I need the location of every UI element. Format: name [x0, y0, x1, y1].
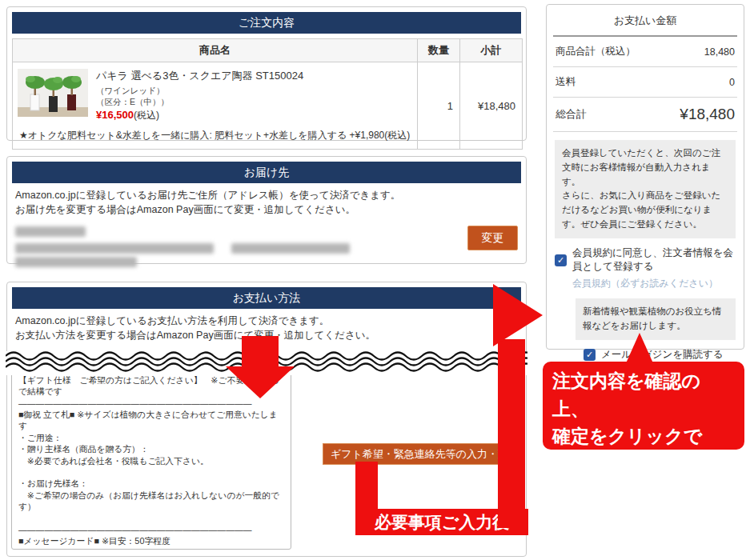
confirm-note-annotation: 注文内容を確認の上、 確定をクリックで 注文完了 — [543, 362, 744, 450]
newsletter-info: 新着情報や観葉植物のお役立ち情報などをお届けします。 — [576, 298, 736, 340]
order-table-product-row: パキラ 選べる3色・スクエア陶器 ST150024 （ワインレッド） （区分：E… — [13, 62, 523, 150]
red-connector-bar-right — [498, 339, 525, 528]
payment-amount-panel: お支払い金額 商品合計（税込） 18,480 送料 0 総合計 ¥18,480 … — [546, 4, 744, 350]
subtotal-row: 商品合計（税込） 18,480 — [553, 37, 737, 67]
total-value: ¥18,480 — [680, 106, 735, 123]
product-option-note: ★オトクな肥料セット&水差しを一緒に購入: 肥料セット+水差しを購入する +¥1… — [19, 129, 412, 142]
payment-info-line1: Amazon.co.jpに登録しているお支払い方法を利用して決済できます。 — [15, 314, 518, 328]
order-table: 商品名 数量 小計 — [12, 38, 523, 150]
product-quantity: 1 — [418, 62, 460, 150]
order-contents-panel: ご注文内容 商品名 数量 小計 — [6, 6, 527, 141]
product-cell: パキラ 選べる3色・スクエア陶器 ST150024 （ワインレッド） （区分：E… — [13, 62, 418, 150]
red-right-arrow-head-icon — [493, 284, 543, 346]
col-header-product: 商品名 — [13, 39, 418, 62]
delivery-info-line1: Amazon.co.jpに登録しているお届け先ご住所（アドレス帳）を使って決済で… — [15, 188, 518, 202]
redacted-address-2 — [231, 243, 350, 254]
delivery-address-title: お届け先 — [12, 162, 521, 183]
red-connector-bar-gift — [355, 462, 378, 513]
red-down-arrow-shaft — [242, 336, 279, 368]
change-address-button[interactable]: 変更 — [467, 226, 518, 250]
product-category: （区分：E（中）） — [96, 96, 303, 107]
order-table-header-row: 商品名 数量 小計 — [13, 39, 523, 62]
newsletter-checkbox-label: メールマガジンを購読する — [601, 348, 724, 362]
payment-amount-title: お支払い金額 — [553, 5, 737, 37]
register-checkbox-row[interactable]: ✓ 会員規約に同意し、注文者情報を会員として登録する — [555, 246, 736, 274]
terms-link[interactable]: 会員規約（必ずお読みください） — [572, 277, 736, 290]
product-price-note: (税込) — [134, 110, 159, 121]
product-price: ¥16,500 — [96, 109, 134, 121]
product-variant: （ワインレッド） — [96, 85, 303, 96]
col-header-quantity: 数量 — [418, 39, 460, 62]
member-registration-info: 会員登録していただくと、次回のご注文時にお客様情報が自動入力されます。 さらに、… — [555, 140, 736, 238]
delivery-address-redacted — [15, 226, 518, 267]
gift-emergency-contact-button[interactable]: ギフト希望・緊急連絡先等の入力・変 — [323, 443, 516, 465]
red-down-arrow-head-icon — [226, 366, 295, 398]
shipping-row: 送料 0 — [553, 67, 737, 98]
product-price-line: ¥16,500(税込) — [96, 109, 303, 122]
total-label: 総合計 — [555, 107, 587, 122]
redacted-address-3 — [15, 257, 137, 267]
product-info: パキラ 選べる3色・スクエア陶器 ST150024 （ワインレッド） （区分：E… — [96, 69, 303, 122]
delivery-info-line2: お届け先を変更する場合はAmazon Pay画面にて変更・追加してください。 — [15, 202, 518, 217]
order-contents-title: ご注文内容 — [12, 12, 521, 34]
register-checkbox-label: 会員規約に同意し、注文者情報を会員として登録する — [572, 246, 736, 274]
newsletter-checkbox[interactable]: ✓ — [584, 349, 596, 361]
subtotal-label: 商品合計（税込） — [555, 45, 636, 58]
redacted-name — [15, 226, 86, 237]
payment-method-title: お支払い方法 — [12, 287, 521, 309]
newsletter-checkbox-row[interactable]: ✓ メールマガジンを購読する — [584, 348, 736, 362]
product-subtotal: ¥18,480 — [460, 62, 523, 150]
shipping-label: 送料 — [555, 75, 576, 89]
col-header-subtotal: 小計 — [460, 39, 523, 62]
shipping-value: 0 — [729, 77, 735, 88]
redacted-address-1 — [15, 243, 214, 254]
product-thumbnail — [18, 69, 88, 117]
delivery-address-panel: お届け先 Amazon.co.jpに登録しているお届け先ご住所（アドレス帳）を使… — [6, 156, 527, 264]
subtotal-value: 18,480 — [704, 46, 735, 58]
confirm-note-pointer-icon — [626, 333, 653, 363]
register-checkbox[interactable]: ✓ — [555, 254, 567, 266]
total-row: 総合計 ¥18,480 — [553, 98, 737, 132]
product-name: パキラ 選べる3色・スクエア陶器 ST150024 — [96, 69, 303, 83]
